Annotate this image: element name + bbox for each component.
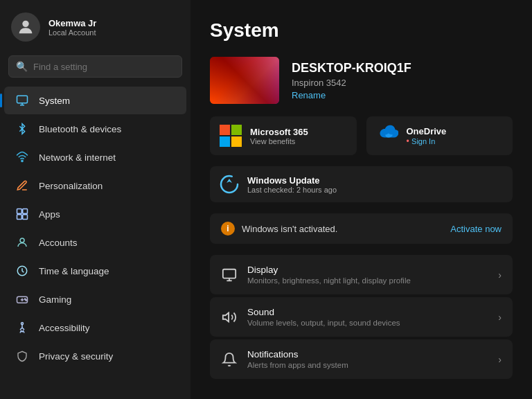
sidebar-item-gaming-label: Gaming	[39, 294, 71, 305]
sidebar-item-accounts-label: Accounts	[39, 238, 78, 248]
page-title: System	[210, 19, 513, 42]
svg-marker-26	[223, 312, 229, 321]
display-settings-item[interactable]: Display Monitors, brightness, night ligh…	[210, 255, 513, 294]
sidebar-item-bluetooth[interactable]: Bluetooth & devices	[4, 115, 186, 143]
sound-settings-item[interactable]: Sound Volume levels, output, input, soun…	[210, 297, 513, 337]
notifications-sub: Alerts from apps and system	[247, 361, 488, 369]
sidebar: Okemwa Jr Local Account 🔍 System	[0, 0, 190, 399]
sidebar-item-system[interactable]: System	[4, 87, 186, 114]
windows-update-icon	[220, 175, 239, 194]
sidebar-item-apps[interactable]: Apps	[4, 200, 186, 228]
services-row: Microsoft 365 View benefits OneDrive • S…	[210, 116, 513, 155]
search-input[interactable]	[33, 62, 175, 72]
settings-list: Display Monitors, brightness, night ligh…	[210, 255, 513, 380]
update-sub: Last checked: 2 hours ago	[247, 186, 337, 194]
svg-marker-22	[227, 179, 232, 183]
sidebar-item-personalization-label: Personalization	[39, 181, 103, 191]
onedrive-icon	[376, 125, 398, 147]
sidebar-item-accessibility-label: Accessibility	[39, 323, 90, 333]
privacy-icon	[15, 349, 29, 363]
notifications-info: Notifications Alerts from apps and syste…	[247, 349, 488, 369]
main-content: System DESKTOP-KROIQ1F Inspiron 3542 Ren…	[190, 0, 532, 399]
svg-rect-17	[220, 125, 230, 135]
activation-left: i Windows isn't activated.	[221, 222, 337, 236]
accounts-icon	[15, 236, 29, 249]
sidebar-item-time[interactable]: Time & language	[4, 257, 186, 285]
svg-point-9	[20, 238, 24, 242]
onedrive-card[interactable]: OneDrive • Sign In	[366, 116, 513, 155]
svg-rect-7	[17, 215, 22, 220]
svg-point-4	[21, 160, 23, 161]
sidebar-item-accounts[interactable]: Accounts	[4, 229, 186, 256]
onedrive-info: OneDrive • Sign In	[407, 126, 447, 146]
ms365-info: Microsoft 365 View benefits	[250, 127, 308, 145]
device-card: DESKTOP-KROIQ1F Inspiron 3542 Rename	[210, 57, 513, 104]
svg-rect-8	[23, 215, 28, 220]
svg-rect-23	[223, 269, 236, 278]
warning-icon: i	[221, 222, 235, 236]
ms365-title: Microsoft 365	[250, 127, 308, 137]
sidebar-item-gaming[interactable]: Gaming	[4, 285, 186, 313]
bluetooth-icon	[15, 122, 29, 136]
sidebar-item-apps-label: Apps	[39, 209, 60, 220]
display-chevron-icon: ›	[498, 269, 502, 281]
user-name: Okemwa Jr	[48, 18, 96, 28]
device-rename-link[interactable]: Rename	[292, 90, 411, 100]
sidebar-item-personalization[interactable]: Personalization	[4, 172, 186, 200]
nav-list: System Bluetooth & devices Network & in	[0, 85, 190, 399]
sound-sub: Volume levels, output, input, sound devi…	[247, 319, 488, 327]
svg-point-15	[26, 299, 27, 301]
display-title: Display	[247, 265, 488, 275]
svg-point-0	[22, 21, 28, 27]
svg-rect-19	[220, 136, 230, 147]
user-section: Okemwa Jr Local Account	[0, 0, 190, 51]
notifications-chevron-icon: ›	[498, 354, 502, 365]
device-info: DESKTOP-KROIQ1F Inspiron 3542 Rename	[292, 61, 411, 100]
svg-point-21	[221, 176, 238, 193]
activate-now-link[interactable]: Activate now	[450, 224, 502, 234]
ms365-icon	[220, 125, 242, 147]
svg-rect-5	[17, 209, 22, 214]
onedrive-sub: • Sign In	[407, 136, 447, 146]
sound-title: Sound	[247, 307, 488, 317]
sidebar-item-accessibility[interactable]: Accessibility	[4, 314, 186, 342]
microsoft365-card[interactable]: Microsoft 365 View benefits	[210, 116, 357, 155]
sound-chevron-icon: ›	[498, 312, 502, 323]
personalization-icon	[15, 179, 29, 193]
display-icon	[221, 267, 238, 283]
sidebar-item-time-label: Time & language	[39, 266, 109, 276]
device-thumbnail	[210, 57, 279, 104]
notifications-settings-item[interactable]: Notifications Alerts from apps and syste…	[210, 339, 513, 379]
user-type: Local Account	[48, 28, 96, 37]
sidebar-item-system-label: System	[39, 96, 70, 106]
device-model: Inspiron 3542	[292, 78, 411, 88]
sidebar-item-privacy[interactable]: Privacy & security	[4, 342, 186, 370]
display-sub: Monitors, brightness, night light, displ…	[247, 276, 488, 285]
svg-point-16	[21, 323, 24, 325]
network-icon	[15, 150, 29, 164]
search-icon: 🔍	[16, 61, 28, 72]
sidebar-item-privacy-label: Privacy & security	[39, 351, 113, 362]
display-info: Display Monitors, brightness, night ligh…	[247, 265, 488, 285]
svg-rect-6	[23, 209, 28, 214]
gaming-icon	[15, 292, 29, 306]
device-name: DESKTOP-KROIQ1F	[292, 61, 411, 76]
time-icon	[15, 264, 29, 278]
sidebar-item-network[interactable]: Network & internet	[4, 143, 186, 171]
system-icon	[15, 94, 29, 107]
accessibility-icon	[15, 321, 29, 335]
update-title: Windows Update	[247, 175, 337, 186]
update-info: Windows Update Last checked: 2 hours ago	[247, 175, 337, 194]
sound-info: Sound Volume levels, output, input, soun…	[247, 307, 488, 327]
ms365-sub: View benefits	[250, 137, 308, 145]
activation-message: Windows isn't activated.	[242, 224, 337, 234]
search-box[interactable]: 🔍	[8, 55, 182, 78]
svg-rect-18	[231, 125, 242, 135]
apps-icon	[15, 207, 29, 221]
user-info: Okemwa Jr Local Account	[48, 18, 96, 37]
svg-rect-20	[231, 136, 242, 147]
windows-update-card[interactable]: Windows Update Last checked: 2 hours ago	[210, 166, 513, 202]
sidebar-item-network-label: Network & internet	[39, 152, 116, 163]
notifications-icon	[221, 351, 238, 368]
svg-rect-1	[17, 96, 28, 103]
